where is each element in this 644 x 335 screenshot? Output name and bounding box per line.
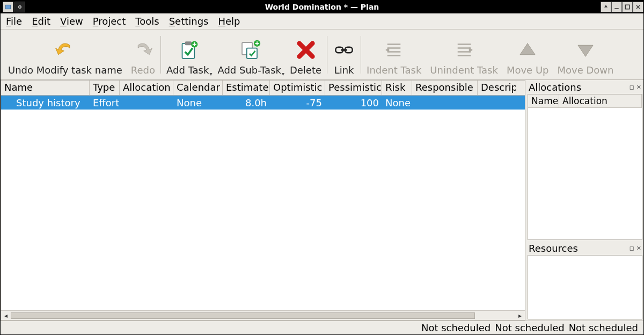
menu-settings[interactable]: Settings <box>169 16 209 27</box>
add-subtask-button[interactable]: Add Sub-Task ▾ <box>213 31 286 79</box>
resources-title: esources <box>535 243 578 254</box>
undo-button[interactable]: Undo Modify task name <box>4 31 127 79</box>
col-risk[interactable]: Risk <box>382 81 412 95</box>
menubar: File Edit View Project Tools Settings He… <box>1 13 643 30</box>
content-area: Name Type Allocation Calendar Estimate O… <box>1 80 643 321</box>
menu-file[interactable]: File <box>6 16 22 27</box>
menu-project[interactable]: Project <box>93 16 126 27</box>
toolbar: Undo Modify task name Redo Add Task ▾ <box>1 30 643 80</box>
app-window: World Domination * — Plan File Edit View… <box>0 0 644 335</box>
cell-estimate: 8.0h <box>223 97 270 108</box>
col-calendar[interactable]: Calendar <box>173 81 223 95</box>
toolbar-separator <box>327 36 327 74</box>
titlebar: World Domination * — Plan <box>1 1 643 13</box>
status-field-2: Not scheduled <box>495 322 564 333</box>
redo-icon <box>131 39 154 61</box>
toolbar-separator <box>361 36 361 74</box>
scroll-left-icon[interactable]: ◂ <box>1 311 11 320</box>
move-down-label: Move Down <box>557 64 613 76</box>
menu-tools[interactable]: Tools <box>135 16 159 27</box>
redo-label: Redo <box>131 64 155 76</box>
allocations-panel: Allocations ◻ ✕ Name Allocation <box>526 80 643 241</box>
svg-rect-2 <box>614 8 619 9</box>
delete-button[interactable]: Delete <box>286 31 326 79</box>
allocations-title: llocations <box>535 82 581 93</box>
move-up-button[interactable]: Move Up <box>502 31 553 79</box>
side-pane: Allocations ◻ ✕ Name Allocation Resource… <box>526 80 643 321</box>
col-allocation[interactable]: Allocation <box>120 81 173 95</box>
col-estimate[interactable]: Estimate <box>223 81 270 95</box>
move-down-button[interactable]: Move Down <box>553 31 618 79</box>
alloc-col-name[interactable]: Name <box>528 94 559 107</box>
window-title: World Domination * — Plan <box>1 3 643 11</box>
minimize-icon[interactable] <box>611 2 622 12</box>
indent-label: Indent Task <box>367 64 421 76</box>
unindent-icon <box>453 39 475 61</box>
cell-optimistic: -75 <box>270 97 325 108</box>
unindent-task-button[interactable]: Unindent Task <box>426 31 502 79</box>
scroll-track[interactable] <box>11 312 515 319</box>
table-row[interactable]: Study history Effort None 8.0h -75 100 N… <box>1 96 525 110</box>
close-icon[interactable] <box>633 2 643 12</box>
scroll-thumb[interactable] <box>11 312 475 319</box>
cell-risk: None <box>382 97 412 108</box>
link-button[interactable]: Link <box>328 31 360 79</box>
move-down-icon <box>574 39 597 61</box>
col-description[interactable]: Descrip <box>478 81 516 95</box>
dropdown-icon[interactable]: ▾ <box>209 71 212 77</box>
status-field-1: Not scheduled <box>421 322 491 333</box>
svg-rect-8 <box>246 48 257 58</box>
link-label: Link <box>334 64 354 76</box>
redo-button[interactable]: Redo <box>127 31 159 79</box>
svg-rect-12 <box>341 49 347 51</box>
keep-above-icon[interactable] <box>601 2 611 12</box>
move-up-icon <box>516 39 539 61</box>
scroll-right-icon[interactable]: ▸ <box>515 311 525 320</box>
cell-name: Study history <box>1 97 90 108</box>
col-optimistic[interactable]: Optimistic <box>270 81 325 95</box>
cell-pessimistic: 100 <box>325 97 382 108</box>
col-responsible[interactable]: Responsible <box>412 81 478 95</box>
indent-task-button[interactable]: Indent Task <box>362 31 426 79</box>
col-name[interactable]: Name <box>1 81 90 95</box>
undo-icon <box>54 39 76 61</box>
delete-label: Delete <box>290 64 321 76</box>
alloc-col-allocation[interactable]: Allocation <box>559 94 642 107</box>
col-type[interactable]: Type <box>90 81 120 95</box>
toolbar-separator <box>160 36 161 74</box>
resources-title-bar: Resources ◻ ✕ <box>526 241 643 255</box>
resources-body[interactable] <box>528 255 642 319</box>
panel-close-icon[interactable]: ✕ <box>636 245 641 252</box>
grid-header: Name Type Allocation Calendar Estimate O… <box>1 81 525 96</box>
add-task-icon <box>177 39 199 61</box>
menu-edit[interactable]: Edit <box>32 16 50 27</box>
allocations-title-bar: Allocations ◻ ✕ <box>526 80 643 94</box>
allocations-header: Name Allocation <box>528 94 642 108</box>
col-pessimistic[interactable]: Pessimistic <box>325 81 382 95</box>
add-subtask-icon <box>238 39 261 61</box>
svg-rect-3 <box>625 5 630 9</box>
horizontal-scrollbar[interactable]: ◂ ▸ <box>1 310 525 320</box>
app-menu-icon[interactable] <box>3 2 13 12</box>
task-grid: Name Type Allocation Calendar Estimate O… <box>1 80 525 321</box>
cell-calendar: None <box>173 97 223 108</box>
add-task-label: Add Task <box>166 64 209 76</box>
status-field-3: Not scheduled <box>569 322 638 333</box>
cell-type: Effort <box>90 97 120 108</box>
grid-body[interactable]: Study history Effort None 8.0h -75 100 N… <box>1 96 525 310</box>
panel-float-icon[interactable]: ◻ <box>630 84 634 91</box>
pin-icon[interactable] <box>14 2 25 12</box>
link-icon <box>333 39 355 61</box>
svg-rect-0 <box>6 5 11 9</box>
panel-float-icon[interactable]: ◻ <box>630 245 634 252</box>
resources-panel: Resources ◻ ✕ <box>526 241 643 321</box>
add-task-button[interactable]: Add Task ▾ <box>162 31 213 79</box>
allocations-body[interactable]: Name Allocation <box>528 94 642 240</box>
dropdown-icon[interactable]: ▾ <box>282 71 284 77</box>
panel-close-icon[interactable]: ✕ <box>636 84 641 91</box>
move-up-label: Move Up <box>507 64 549 76</box>
menu-help[interactable]: Help <box>218 16 240 27</box>
undo-label: Undo Modify task name <box>8 64 122 76</box>
maximize-icon[interactable] <box>622 2 633 12</box>
menu-view[interactable]: View <box>60 16 83 27</box>
